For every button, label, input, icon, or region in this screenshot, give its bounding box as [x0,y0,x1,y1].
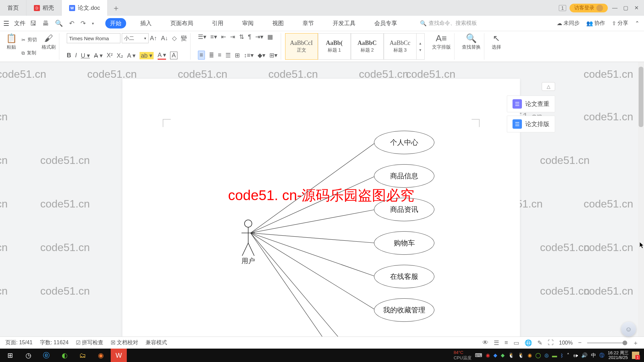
wifi-icon[interactable]: 🕪 [573,353,578,358]
task-app-2[interactable]: ◉ [93,349,109,362]
tray-icon[interactable]: 🐧 [508,352,515,358]
select-button[interactable]: ↖选择 [492,33,501,50]
qa-dropdown-icon[interactable]: ▾ [92,21,94,26]
paper-layout-button[interactable]: ☰论文排版 [507,116,555,132]
notification-center[interactable]: 1 [632,352,639,359]
ribbon-tab-insert[interactable]: 插入 [136,18,156,28]
phonetic-icon[interactable]: 變 [181,34,187,42]
number-list-icon[interactable]: ≡▾ [210,33,217,41]
print-icon[interactable]: 🖶 [43,20,49,27]
print-layout-icon[interactable]: ☰ [494,339,499,347]
shrink-font-icon[interactable]: A↓ [161,35,168,42]
copy-button[interactable]: ⧉复制 [21,50,37,56]
decrease-indent-icon[interactable]: ⇤ [221,33,226,41]
save-icon[interactable]: 🖫 [30,20,37,27]
distribute-button[interactable]: ⊞ [235,52,240,59]
text-layout-button[interactable]: A≡文字排版 [432,33,451,50]
task-wps[interactable]: W [111,349,127,362]
underline-button[interactable]: U ▾ [81,52,90,59]
document-page[interactable]: 用户 个人中心 商品信息 商品资讯 购物车 在线客服 我的收藏管理 [122,79,520,349]
tray-icon[interactable]: ◆ [493,352,497,358]
align-justify-button[interactable]: ☰ [225,52,231,59]
cpu-temp[interactable]: 84°CCPU温度 [453,350,471,361]
tray-icon[interactable]: ◉ [486,352,490,358]
zoom-value[interactable]: 100% [559,340,573,346]
show-marks-icon[interactable]: ¶ [248,34,252,41]
find-replace-button[interactable]: 🔍查找替换 [462,33,481,50]
taskbar-clock[interactable]: 16:22 周三 2021/8/25 [608,351,629,360]
tab-document[interactable]: W论文.doc [62,0,108,16]
bullet-list-icon[interactable]: ☰▾ [198,33,206,41]
style-heading2[interactable]: AaBbC标题 2 [351,33,384,60]
text-effect-button[interactable]: A ▾ [127,52,136,59]
window-badge[interactable]: 1 [559,5,566,11]
task-app-1[interactable]: ◷ [20,349,36,362]
tray-icon[interactable]: ◎ [544,352,549,358]
tray-icon[interactable]: ◆ [501,352,505,358]
share-button[interactable]: ⇪分享 [612,20,628,27]
volume-icon[interactable]: 🔊 [581,352,588,358]
ribbon-tab-member[interactable]: 会员专享 [370,18,402,28]
vertical-scrollbar[interactable] [638,62,644,349]
tab-home[interactable]: 首页 [0,0,26,16]
word-counter[interactable]: 字数: 11624 [40,339,68,346]
close-button[interactable]: ✕ [633,4,640,12]
web-view-icon[interactable]: 🌐 [525,339,532,347]
tray-icon[interactable]: ◉ [528,352,532,358]
doc-check-toggle[interactable]: ☒文档校对 [111,339,138,346]
strike-button[interactable]: A̶ ▾ [94,52,103,59]
page-counter[interactable]: 页面: 15/41 [5,339,33,346]
format-painter-button[interactable]: 🖌格式刷 [42,33,56,60]
bluetooth-icon[interactable]: ᛒ [560,353,564,358]
style-normal[interactable]: AaBbCcI正文 [285,33,318,60]
ribbon-tab-pagelayout[interactable]: 页面布局 [166,18,198,28]
fit-width-icon[interactable]: ⛶ [548,339,554,346]
zoom-in-button[interactable]: ＋ [633,339,639,347]
tab-daoke[interactable]: D稻壳 [26,0,62,16]
zoom-out-button[interactable]: − [578,339,582,346]
ribbon-minimize-icon[interactable]: ⌃ [635,20,639,26]
undo-icon[interactable]: ↶ [69,19,74,27]
scrollbar-thumb[interactable] [639,67,643,127]
ribbon-tab-view[interactable]: 视图 [268,18,288,28]
login-button[interactable]: 访客登录 [570,4,608,12]
borders-icon[interactable]: ▦ [267,33,273,41]
border-button[interactable]: ⊞▾ [269,52,277,59]
ribbon-tab-reference[interactable]: 引用 [207,18,228,28]
ribbon-tab-start[interactable]: 开始 [105,18,126,28]
style-heading3[interactable]: AaBbCc标题 3 [384,33,417,60]
ribbon-tab-review[interactable]: 审阅 [237,18,258,28]
shading-button[interactable]: ◆▾ [258,52,265,59]
tray-icon[interactable]: ◯ [535,352,541,358]
task-explorer[interactable]: 🗂 [74,349,91,362]
maximize-button[interactable]: ▢ [622,4,629,12]
clear-format-icon[interactable]: ◇ [172,35,177,42]
paste-button[interactable]: 📋粘贴 [6,33,17,60]
sync-status[interactable]: ☁未同步 [557,20,580,27]
read-view-icon[interactable]: ▭ [514,339,519,347]
tray-icon[interactable]: ▬ [552,353,557,358]
italic-button[interactable]: I [75,52,77,59]
align-right-button[interactable]: ≡ [218,52,222,59]
preview-icon[interactable]: 🔍 [55,19,63,27]
collab-button[interactable]: 👥协作 [586,20,605,27]
tab-icon[interactable]: ⇥▾ [255,33,263,41]
cut-button[interactable]: ✂剪切 [21,37,37,43]
edit-icon[interactable]: ✎ [537,339,542,347]
font-name-select[interactable]: Times New Roma [67,33,120,43]
ime-icon[interactable]: 中 [591,352,596,359]
ribbon-tab-chapter[interactable]: 章节 [298,18,319,28]
highlight-button[interactable]: ab ▾ [140,52,154,59]
tray-icon[interactable]: 🐧 [518,352,524,358]
align-center-button[interactable]: ≣ [209,52,214,59]
zoom-slider-knob[interactable] [623,341,627,345]
document-area[interactable]: code51.cn code51.cn code51.cn code51.cn … [0,62,644,349]
new-tab-button[interactable]: ＋ [108,0,124,16]
eye-view-icon[interactable]: 👁 [482,339,488,346]
keyboard-icon[interactable]: ⌨ [475,352,482,358]
redo-icon[interactable]: ↷ [80,19,86,27]
file-menu[interactable]: 文件 [14,19,25,27]
tray-expand-icon[interactable]: ˄ [567,352,570,358]
line-spacing-button[interactable]: ↕≡▾ [244,52,254,59]
char-border-button[interactable]: A [170,52,177,59]
